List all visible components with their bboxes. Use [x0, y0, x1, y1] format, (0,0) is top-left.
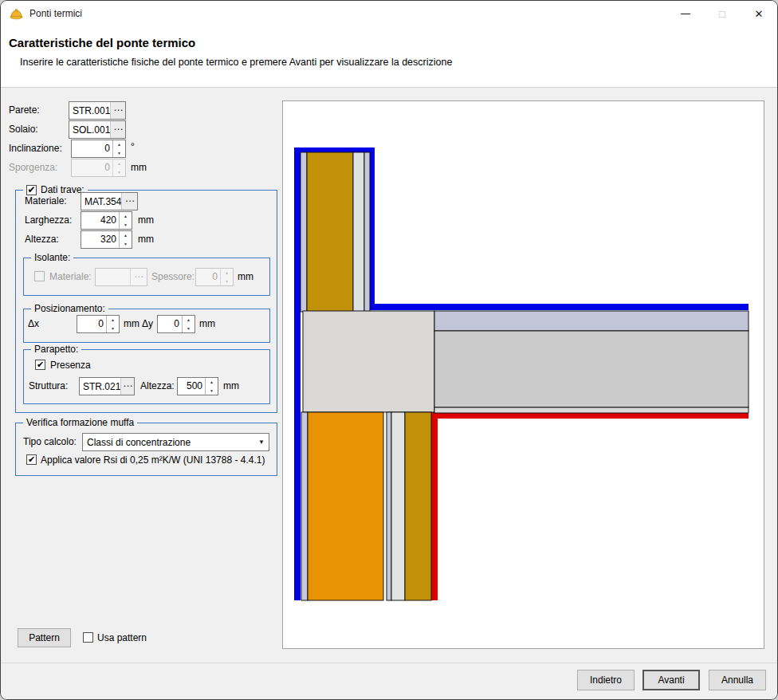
wall-block-in — [405, 412, 431, 600]
struttura-label: Struttura: — [29, 380, 68, 391]
dx-label: Δx — [28, 318, 39, 329]
parete-field[interactable]: STR.001 ⋯ — [69, 101, 126, 120]
dy-stepper[interactable]: 0 ▲▼ — [157, 315, 195, 333]
spin-up-icon[interactable]: ▲ — [120, 231, 132, 240]
check-icon: ✔ — [37, 360, 44, 369]
sporgenza-stepper: 0 ▲▼ — [71, 159, 126, 177]
parete-label: Parete: — [9, 104, 40, 116]
presenza-label: Presenza — [50, 360, 91, 371]
parapetto-legend: Parapetto: — [31, 344, 81, 355]
materiale-label: Materiale: — [25, 195, 67, 206]
spessore-label: Spessore: — [151, 271, 194, 282]
minimize-button[interactable]: — — [667, 1, 704, 26]
isolante-legend: Isolante: — [31, 252, 73, 263]
dx-unit: mm — [124, 318, 139, 329]
tipo-calcolo-label: Tipo calcolo: — [23, 436, 77, 447]
rsi-label: Applica valore Rsi di 0,25 m²K/W (UNI 13… — [41, 454, 265, 466]
dialog-window: Ponti termici — □ ✕ Caratteristiche del … — [0, 0, 778, 700]
spin-up-icon[interactable]: ▲ — [206, 378, 218, 387]
dati-trave-legend: ✔ Dati trave: — [23, 184, 88, 195]
spin-down-icon[interactable]: ▼ — [206, 387, 218, 395]
larghezza-stepper[interactable]: 420 ▲▼ — [81, 211, 132, 230]
spessore-unit: mm — [238, 271, 253, 282]
isolante-materiale-label: Materiale: — [49, 271, 92, 282]
presenza-checkbox[interactable]: ✔ — [35, 360, 45, 370]
spin-up-icon[interactable]: ▲ — [113, 140, 125, 149]
sporgenza-unit: mm — [131, 162, 147, 173]
isolante-materiale-field: ⋯ — [95, 268, 147, 286]
parapet-plaster-in — [364, 152, 370, 312]
wall-block-out — [308, 412, 383, 600]
parapet-block — [307, 152, 353, 312]
wall-membrane — [387, 412, 391, 600]
tipo-calcolo-dropdown[interactable]: Classi di concentrazione ▼ — [82, 433, 269, 451]
edge-beam — [303, 311, 434, 412]
window-title: Ponti termici — [29, 8, 82, 19]
browse-icon[interactable]: ⋯ — [110, 121, 125, 138]
app-icon — [10, 7, 23, 21]
parapetto-altezza-stepper[interactable]: 500 ▲▼ — [177, 377, 218, 395]
materiale-field[interactable]: MAT.354 ⋯ — [81, 192, 138, 210]
cancel-button[interactable]: Annulla — [709, 670, 766, 690]
browse-icon[interactable]: ⋯ — [121, 193, 137, 210]
check-icon: ✔ — [27, 184, 35, 195]
back-button[interactable]: Indietro — [577, 670, 635, 690]
parapetto-altezza-unit: mm — [223, 380, 239, 391]
spin-down-icon: ▼ — [113, 168, 125, 177]
rsi-checkbox[interactable]: ✔ — [26, 454, 37, 465]
parapet-insulation — [353, 152, 364, 312]
pattern-button[interactable]: Pattern — [18, 628, 71, 647]
slab-finish — [434, 407, 749, 413]
wall-plaster-out — [301, 412, 308, 600]
struttura-field[interactable]: STR.021 ⋯ — [79, 377, 135, 395]
usa-pattern-checkbox[interactable] — [83, 632, 93, 643]
larghezza-label: Larghezza: — [25, 214, 72, 226]
solaio-label: Solaio: — [9, 124, 38, 135]
dx-stepper[interactable]: 0 ▲▼ — [77, 315, 120, 333]
altezza-unit: mm — [138, 234, 154, 245]
browse-icon[interactable]: ⋯ — [120, 378, 134, 395]
inclinazione-label: Inclinazione: — [9, 143, 62, 154]
browse-icon: ⋯ — [130, 269, 147, 285]
page-title: Caratteristiche del ponte termico — [9, 36, 195, 49]
parapet-plaster-out — [301, 152, 307, 312]
wizard-footer: Indietro Avanti Annulla — [1, 663, 777, 699]
chevron-down-icon: ▼ — [254, 438, 269, 446]
dy-label: Δy — [142, 318, 153, 329]
close-button[interactable]: ✕ — [741, 1, 777, 26]
spin-down-icon[interactable]: ▼ — [120, 221, 132, 230]
wizard-header: Caratteristiche del ponte termico Inseri… — [1, 26, 777, 88]
spin-down-icon[interactable]: ▼ — [120, 240, 132, 249]
browse-icon[interactable]: ⋯ — [110, 102, 125, 119]
spin-down-icon[interactable]: ▼ — [113, 149, 125, 158]
next-button[interactable]: Avanti — [642, 670, 700, 690]
spin-down-icon[interactable]: ▼ — [107, 324, 119, 333]
spin-down-icon: ▼ — [221, 277, 233, 286]
dy-unit: mm — [199, 318, 215, 329]
larghezza-unit: mm — [138, 214, 154, 226]
muffa-legend: Verifica formazione muffa — [23, 417, 137, 428]
altezza-stepper[interactable]: 320 ▲▼ — [81, 230, 132, 249]
spin-up-icon[interactable]: ▲ — [107, 316, 119, 324]
dati-trave-checkbox[interactable]: ✔ — [26, 185, 37, 195]
diagram-svg — [283, 101, 764, 648]
inclinazione-stepper[interactable]: 0 ▲▼ — [71, 140, 126, 158]
inclinazione-unit: ° — [131, 141, 135, 152]
spin-down-icon[interactable]: ▼ — [183, 324, 194, 333]
slab-screed — [434, 311, 749, 331]
spin-up-icon[interactable]: ▲ — [120, 212, 132, 221]
parapetto-altezza-label: Altezza: — [140, 380, 175, 391]
solaio-field[interactable]: SOL.001 ⋯ — [69, 120, 126, 139]
parapetto-group: Parapetto: — [23, 349, 270, 404]
spin-up-icon: ▲ — [113, 159, 125, 168]
thermal-bridge-preview-panel — [282, 100, 764, 649]
check-icon: ✔ — [28, 455, 35, 464]
wizard-body: Parete: STR.001 ⋯ Solaio: SOL.001 ⋯ Incl… — [1, 88, 777, 664]
interior-boundary — [434, 415, 749, 600]
spin-up-icon[interactable]: ▲ — [183, 316, 194, 324]
slab-body — [434, 331, 749, 407]
title-bar: Ponti termici — □ ✕ — [1, 1, 777, 26]
spin-up-icon: ▲ — [221, 269, 233, 277]
isolante-checkbox — [34, 271, 45, 281]
page-subtitle: Inserire le caratteristiche fisiche del … — [20, 57, 452, 68]
